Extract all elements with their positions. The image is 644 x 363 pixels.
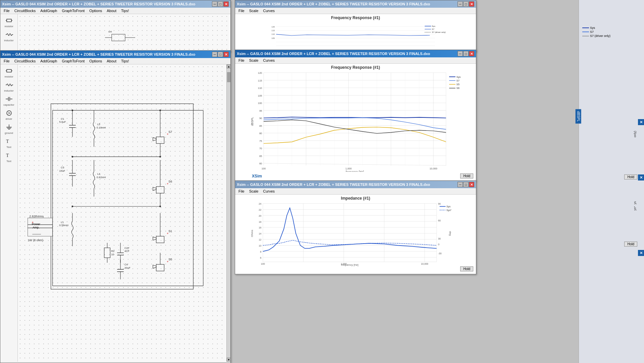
minimize-freq-front[interactable]: ─ (458, 51, 463, 56)
menu-bar-back: File CircuitBlocks AddGraph GraphToFront… (0, 8, 230, 14)
inductor-label: inductor (4, 89, 13, 92)
sidebar-item-driver[interactable]: driver (1, 108, 17, 121)
hold-right-2[interactable]: Hold (624, 242, 637, 247)
menu-options-front[interactable]: Options (87, 58, 104, 64)
svg-text:T: T (6, 153, 9, 158)
menu-circuitblocks-front[interactable]: CircuitBlocks (12, 58, 38, 64)
rp-sys-label: ys (633, 201, 637, 204)
circuit-layout-back: resistor inductor nH (0, 14, 230, 51)
menu-curves-freq-front[interactable]: Curves (261, 58, 277, 63)
menu-tips-front[interactable]: Tips! (119, 58, 131, 64)
svg-text:90: 90 (438, 203, 441, 205)
svg-text:C5: C5 (61, 166, 64, 169)
title-bar-front[interactable]: Xsim -- GASLO 044 XSIM 2nd ORDER + LCR +… (0, 51, 230, 58)
hold-right-btn-1[interactable]: Hold (624, 174, 637, 179)
menu-options-back[interactable]: Options (87, 8, 104, 13)
graph-area-freq-front: Frequency Response (#1) (235, 64, 476, 180)
svg-point-110 (159, 156, 161, 158)
sidebar-item-resistor[interactable]: resistor (1, 66, 17, 79)
svg-text:Amp.: Amp. (33, 226, 40, 229)
svg-point-107 (71, 156, 73, 158)
sidebar-item-inductor[interactable]: inductor (1, 80, 17, 93)
close-btn-front[interactable]: ✕ (223, 52, 229, 57)
scroll-up-arrow[interactable]: ▲ (227, 64, 230, 68)
xsim-label-freq: XSim (252, 174, 262, 178)
svg-rect-182 (263, 203, 437, 262)
menu-curves-impedance[interactable]: Curves (261, 189, 277, 194)
svg-text:60: 60 (259, 162, 262, 165)
circuit-svg: Power Amp. + 2.828Vrms 1W (8 ohm) (18, 64, 226, 362)
sidebar-item-ground[interactable]: ground (1, 122, 17, 136)
hold-btn-freq[interactable]: Hold (460, 173, 473, 178)
maximize-btn-front[interactable]: □ (218, 52, 223, 57)
circuit-scrollbar[interactable]: ▲ ▼ (226, 64, 230, 362)
blue-close-btn-1[interactable]: ✕ (638, 119, 644, 125)
hold-right-1[interactable]: Hold (624, 174, 637, 179)
circuit-canvas-main[interactable]: Power Amp. + 2.828Vrms 1W (8 ohm) (18, 64, 226, 362)
blue-close-btn-2[interactable]: ✕ (638, 174, 644, 180)
scroll-thumb[interactable] (227, 72, 230, 82)
menu-circuitblocks-back[interactable]: CircuitBlocks (12, 8, 38, 13)
title-bar-freq-front[interactable]: Xsim -- GASLO 044 XSIM 2nd ORDER + LCR +… (235, 50, 476, 57)
svg-text:105: 105 (271, 37, 275, 39)
title-bar-impedance[interactable]: Xsim -- GASLO 044 XSIM 2nd ORDER + LCR +… (235, 181, 476, 188)
menu-file-front[interactable]: File (2, 58, 12, 64)
title-bar-back[interactable]: Xsim -- GASLO 044 XSIM 2nd ORDER + LCR +… (0, 0, 230, 8)
menu-scale-freq-front[interactable]: Scale (247, 58, 261, 63)
hold-right-btn-2[interactable]: Hold (624, 242, 637, 247)
maximize-impedance[interactable]: □ (463, 182, 469, 187)
sidebar-item-inductor-back[interactable]: inductor (1, 30, 17, 43)
close-freq-front[interactable]: ✕ (469, 51, 474, 56)
menu-bar-front: File CircuitBlocks AddGraph GraphToFront… (0, 58, 230, 64)
menu-file-freq-back[interactable]: File (236, 8, 247, 13)
svg-text:C1: C1 (61, 117, 64, 120)
driver-label: driver (5, 117, 12, 120)
blue-close-btn-3[interactable]: ✕ (638, 250, 644, 256)
menu-tips-back[interactable]: Tips! (119, 8, 131, 13)
menu-file-impedance[interactable]: File (236, 189, 247, 194)
graph-title-impedance: Impedance (#1) (235, 195, 476, 202)
sidebar-item-text1[interactable]: T Text (1, 136, 17, 150)
minimize-impedance[interactable]: ─ (458, 182, 463, 187)
svg-text:-30: -30 (438, 252, 441, 255)
svg-text:S7 (driver only): S7 (driver only) (432, 31, 446, 33)
sidebar-item-capacitor[interactable]: capacitor (1, 94, 17, 107)
text2-label: Text (6, 160, 11, 163)
freq-window-front: Xsim -- GASLO 044 XSIM 2nd ORDER + LCR +… (235, 50, 476, 182)
svg-marker-90 (153, 237, 156, 240)
hold-button-freq[interactable]: Hold (460, 173, 473, 178)
maximize-freq-back[interactable]: □ (463, 1, 469, 7)
scroll-down-arrow[interactable]: ▼ (227, 358, 230, 362)
close-btn-back[interactable]: ✕ (223, 1, 229, 7)
maximize-btn-back[interactable]: □ (218, 1, 223, 7)
menu-addgraph-back[interactable]: AddGraph (38, 8, 59, 13)
ground-label: ground (5, 132, 13, 135)
close-freq-back[interactable]: ✕ (469, 1, 474, 7)
menu-file-freq-front[interactable]: File (236, 58, 247, 63)
menu-scale-freq-back[interactable]: Scale (247, 8, 261, 13)
minimize-btn-front[interactable]: ─ (212, 52, 217, 57)
hold-btn-impedance[interactable]: Hold (460, 266, 473, 271)
minimize-btn-back[interactable]: ─ (212, 1, 217, 7)
svg-text:L5: L5 (97, 123, 100, 126)
menu-curves-freq-back[interactable]: Curves (261, 8, 277, 13)
resistor-icon-front (5, 67, 13, 75)
close-impedance[interactable]: ✕ (469, 182, 474, 187)
menu-file-back[interactable]: File (2, 8, 12, 13)
title-bar-freq-back[interactable]: Xsim -- GASLO 044 XSIM 2nd ORDER + LCR +… (235, 0, 476, 8)
legend-sys-text: Sys (590, 26, 595, 30)
menu-addgraph-front[interactable]: AddGraph (38, 58, 59, 64)
menu-graphtofront-back[interactable]: GraphToFront (60, 8, 87, 13)
menu-about-back[interactable]: About (105, 8, 118, 13)
right-panel: Sys S7 S7 (driver only) ✕ ✕ ✕ Hold Hold … (579, 0, 644, 363)
legend-s7donly-text: S7 (driver only) (590, 34, 610, 38)
maximize-freq-front[interactable]: □ (463, 51, 469, 56)
sidebar-item-text2[interactable]: T Text (1, 150, 17, 164)
menu-graphtofront-front[interactable]: GraphToFront (60, 58, 87, 64)
minimize-freq-back[interactable]: ─ (458, 1, 463, 7)
menu-about-front[interactable]: About (105, 58, 118, 64)
sidebar-item-resistor-back[interactable]: resistor (1, 15, 17, 29)
hold-button-impedance[interactable]: Hold (460, 266, 473, 271)
menu-scale-impedance[interactable]: Scale (247, 189, 261, 194)
svg-line-19 (8, 112, 10, 113)
